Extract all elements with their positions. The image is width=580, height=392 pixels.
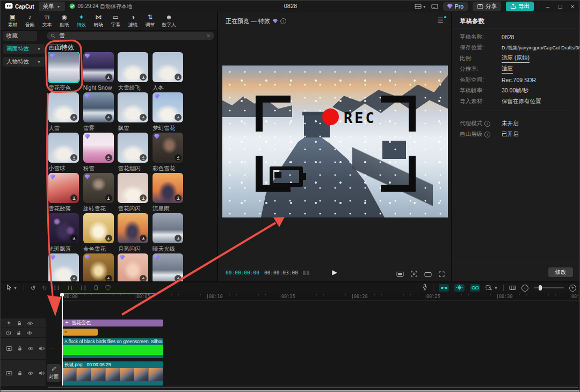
effect-thumbnail[interactable]	[83, 253, 114, 281]
preview-quality-icon[interactable]	[396, 270, 404, 279]
search-box[interactable]: ✕	[47, 32, 214, 40]
redo-button[interactable]: ↻	[42, 285, 47, 291]
effect-item-晴天光线[interactable]: 晴天光线	[153, 213, 186, 253]
effect-item-梦幻雪花[interactable]: 梦幻雪花	[153, 92, 186, 132]
tab-数字人[interactable]: ☻数字人	[159, 13, 179, 30]
zoom-out-button[interactable]: −	[521, 285, 528, 292]
effect-item[interactable]	[48, 253, 82, 281]
lock-icon[interactable]	[17, 368, 23, 378]
effect-item-雪雾[interactable]: 雪雾	[83, 92, 117, 132]
tab-转场[interactable]: ⋈转场	[90, 13, 107, 30]
effect-item-大雪[interactable]: 大雪	[48, 92, 82, 132]
effect-thumbnail[interactable]	[118, 92, 148, 122]
more-icon[interactable]: ···	[50, 346, 55, 352]
info-icon[interactable]: i	[280, 18, 286, 24]
effect-item[interactable]	[118, 253, 151, 281]
effect-item-雪花散落[interactable]: 雪花散落	[48, 173, 82, 213]
timeline-zoom-slider[interactable]	[534, 287, 564, 288]
effect-thumbnail[interactable]	[153, 133, 183, 163]
effect-thumbnail[interactable]	[118, 52, 148, 82]
pro-badge[interactable]: Pro	[443, 2, 468, 11]
frame-step-icon[interactable]	[303, 271, 309, 275]
effect-thumbnail[interactable]	[118, 213, 148, 243]
mute-icon[interactable]	[39, 368, 45, 378]
magnet-toggle-button[interactable]	[454, 284, 465, 292]
cover-button[interactable]: 封面	[47, 364, 61, 382]
tab-调节[interactable]: ⇅调节	[142, 13, 158, 30]
lock-icon[interactable]	[16, 328, 21, 338]
category-人物特效[interactable]: 人物特效▼	[3, 57, 45, 67]
snap-toggle-button[interactable]	[439, 284, 449, 292]
effect-thumbnail[interactable]	[153, 253, 183, 281]
effect-item-雪花闪闪[interactable]: 雪花闪闪	[118, 173, 151, 213]
lock-icon[interactable]	[17, 318, 22, 328]
info-icon[interactable]: i	[484, 132, 490, 137]
preview-video[interactable]: REC	[222, 66, 448, 217]
layout-single-icon[interactable]	[431, 2, 438, 11]
split-right-button[interactable]: ]I	[80, 285, 87, 291]
zoom-slider-knob[interactable]	[539, 285, 542, 291]
effect-thumbnail[interactable]	[48, 173, 79, 203]
effect-thumbnail[interactable]	[83, 92, 114, 122]
effect-thumbnail[interactable]	[118, 173, 148, 203]
effect-thumbnail[interactable]	[118, 253, 148, 281]
effect-item-光斑飘落[interactable]: 光斑飘落	[48, 213, 82, 253]
focus-icon[interactable]	[411, 270, 417, 279]
greenscreen-clip[interactable]: A flock of black birds flies on greenscr…	[62, 338, 163, 358]
fullscreen-icon[interactable]	[439, 270, 445, 279]
select-tool-button[interactable]: ▼	[6, 283, 17, 293]
effect-thumbnail[interactable]	[83, 133, 114, 163]
visibility-icon[interactable]	[26, 328, 33, 338]
adjustment-clip[interactable]: ≈	[62, 329, 98, 336]
layout-switch-button[interactable]: ▼	[415, 2, 426, 11]
effect-thumbnail[interactable]	[48, 133, 79, 163]
effect-thumbnail[interactable]	[153, 173, 183, 203]
zoom-in-button[interactable]: +	[569, 285, 576, 292]
effect-item-粉雪[interactable]: 粉雪	[83, 133, 117, 172]
tab-音频[interactable]: ♪音频	[21, 13, 38, 30]
close-button[interactable]: ×	[569, 3, 576, 10]
tab-文本[interactable]: TI文本	[39, 13, 55, 30]
lock-icon[interactable]	[17, 344, 23, 353]
preview-menu-icon[interactable]: ☰	[437, 17, 444, 24]
tab-贴纸[interactable]: ◉贴纸	[56, 13, 73, 30]
link-toggle-button[interactable]	[470, 284, 480, 292]
tab-素材[interactable]: ▣素材	[4, 13, 21, 30]
category-画面特效[interactable]: 画面特效▼	[3, 44, 45, 54]
play-button[interactable]: ▶	[332, 268, 337, 276]
effect-thumbnail[interactable]	[48, 253, 79, 281]
effect-thumbnail[interactable]	[48, 52, 79, 82]
visibility-icon[interactable]	[27, 368, 34, 378]
share-button[interactable]: 分享	[473, 2, 501, 11]
minimize-button[interactable]: –	[544, 3, 552, 10]
ratio-icon[interactable]	[424, 270, 432, 279]
effect-item-金色雪花[interactable]: 金色雪花	[83, 213, 117, 253]
visibility-icon[interactable]	[27, 318, 33, 328]
favorites-button[interactable]: 收藏	[3, 31, 37, 41]
info-icon[interactable]: i	[484, 121, 490, 127]
preview-axis-button[interactable]	[509, 283, 516, 293]
tab-特效[interactable]: ✦特效	[73, 13, 90, 30]
effect-thumbnail[interactable]	[83, 52, 114, 82]
effect-clip[interactable]: 雪花变色	[62, 320, 163, 326]
effect-item-大雪纷飞[interactable]: 大雪纷飞	[118, 52, 151, 92]
tab-字幕[interactable]: ▭字幕	[107, 13, 124, 30]
effect-item[interactable]	[83, 253, 117, 281]
effect-thumbnail[interactable]	[153, 92, 183, 122]
tab-滤镜[interactable]: ◑滤镜	[125, 13, 141, 30]
record-voiceover-button[interactable]	[422, 283, 427, 293]
timeline-ruler[interactable]: 00:0000:0500:1000:1500:2000:2500:3000:35	[48, 293, 580, 301]
effect-item-雪花烟闪[interactable]: 雪花烟闪	[118, 133, 151, 172]
effect-thumbnail[interactable]	[83, 213, 114, 243]
effect-item-雪花变色[interactable]: 雪花变色	[48, 52, 82, 92]
effect-thumbnail[interactable]	[153, 213, 183, 243]
effect-item-月亮闪闪[interactable]: 月亮闪闪	[118, 213, 151, 253]
mask-button[interactable]	[105, 283, 111, 293]
effect-item-Night Snow[interactable]: Night Snow	[83, 52, 117, 91]
image-clip[interactable]: 长城.png 00:00:06:29	[62, 361, 163, 386]
param-value[interactable]: 适应	[502, 65, 513, 74]
undo-button[interactable]: ↺	[31, 285, 35, 291]
effect-thumbnail[interactable]	[118, 133, 148, 163]
effect-item[interactable]	[153, 253, 186, 281]
param-value[interactable]: 适应 (原始)	[502, 54, 530, 63]
